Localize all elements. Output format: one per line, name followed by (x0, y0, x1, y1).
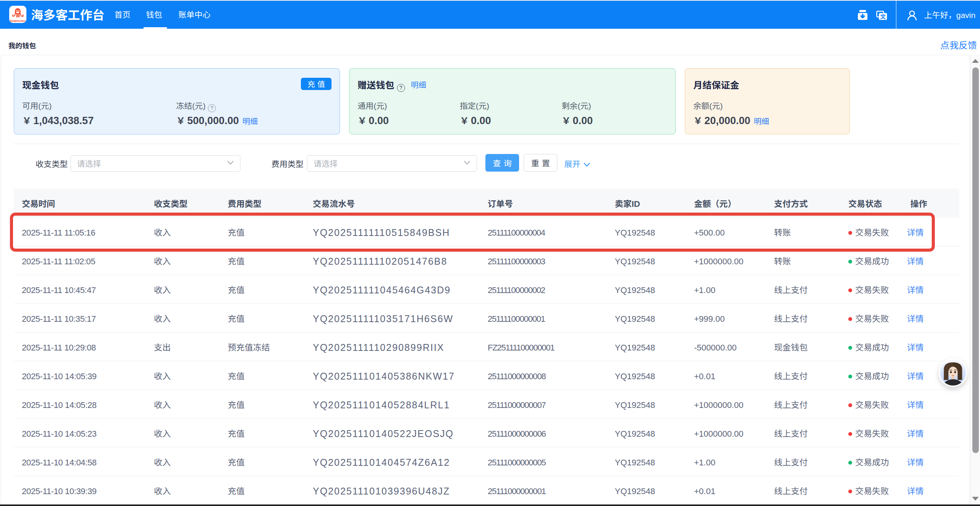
svg-text:文: 文 (880, 12, 886, 20)
svg-text:SeaDocker: SeaDocker (10, 19, 26, 23)
